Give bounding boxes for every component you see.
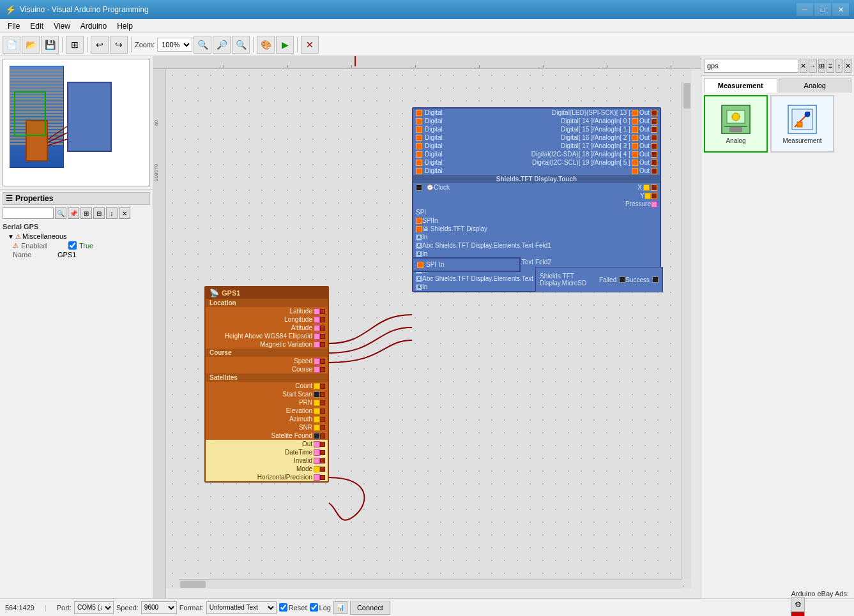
port-digital-4[interactable] [416,143,422,149]
prop-enabled-checkbox[interactable] [68,241,77,250]
port-mode[interactable] [314,466,320,472]
zoom-select[interactable]: 100% 75% 125% 150% [157,38,192,52]
port-count2[interactable] [320,384,325,389]
properties-search-input[interactable] [3,207,54,219]
close-panel-button[interactable]: ✕ [844,59,851,73]
pin-button[interactable]: 📌 [68,207,79,219]
port-prn2[interactable] [320,400,325,405]
port-hprec[interactable] [314,474,320,481]
port-out-7[interactable] [632,168,638,174]
expand-button[interactable]: ⊞ [80,207,92,219]
port-out-5[interactable] [632,151,638,158]
component-search-input[interactable] [704,59,798,73]
speed-select[interactable]: 9600 19200 38400 57600 115200 [141,601,177,614]
tab-analog[interactable]: Analog [779,79,852,93]
zoom-in-button[interactable]: 🔎 [213,36,231,54]
port-success[interactable] [652,276,659,283]
port-out-extra-5[interactable] [651,151,657,158]
port-x[interactable] [643,184,650,191]
port-y2[interactable] [651,193,657,199]
port-mode2[interactable] [320,467,325,472]
port-hgt[interactable] [314,333,320,340]
redo-button[interactable]: ↪ [110,36,128,54]
search-clear-button[interactable]: ✕ [800,59,807,73]
zoom-fit-button[interactable]: 🔍 [194,36,211,54]
port-out-extra-2[interactable] [651,126,657,133]
port-select[interactable]: COM5 (↓ COM1 COM2 COM3 COM4 [74,601,114,614]
port-latitude2[interactable] [320,309,325,314]
port-pressure[interactable] [651,201,657,207]
port-elevation[interactable] [314,408,320,414]
port-altitude[interactable] [314,325,320,331]
close-button[interactable]: ✕ [832,3,849,16]
port-digital-6[interactable] [416,160,422,166]
port-out-2[interactable] [632,126,638,133]
menu-edit[interactable]: Edit [25,20,49,32]
port-out-extra-4[interactable] [651,143,657,149]
tree-miscellaneous[interactable]: ▼ ⚠ Miscellaneous [3,232,150,241]
port-out-1[interactable] [632,118,638,124]
list-view-button[interactable]: ≡ [827,59,834,73]
filter-button[interactable]: ✕ [119,207,130,219]
port-magvar2[interactable] [320,342,325,347]
port-digital-3[interactable] [416,135,422,141]
collapse-button[interactable]: ⊟ [93,207,105,219]
port-azimuth2[interactable] [320,417,325,422]
menu-view[interactable]: View [49,20,75,32]
port-spi-in[interactable] [416,218,422,224]
grid-view-button[interactable]: ⊞ [818,59,826,73]
port-out-extra-0[interactable] [651,110,657,116]
search-button[interactable]: 🔍 [55,207,66,219]
menu-help[interactable]: Help [112,20,138,32]
port-speed2[interactable] [320,359,325,364]
menu-file[interactable]: File [3,20,25,32]
port-out-4[interactable] [632,143,638,149]
open-button[interactable]: 📂 [22,36,40,54]
reset-checkbox[interactable] [279,603,287,612]
port-feld1-in[interactable]: A [416,251,422,257]
port-longitude2[interactable] [320,317,325,322]
port-course2[interactable] [320,367,325,372]
run-button[interactable]: ▶ [276,36,294,54]
connect-button[interactable]: Connect [350,601,390,615]
port-digital-1[interactable] [416,118,422,124]
port-out-extra-1[interactable] [651,118,657,124]
port-out-extra-6[interactable] [651,160,657,166]
port-satfound[interactable] [314,433,320,439]
port-snr2[interactable] [320,425,325,430]
port-scan[interactable] [314,391,320,398]
port-invalid[interactable] [314,458,320,464]
port-display-in[interactable] [416,226,422,232]
port-prn[interactable] [314,400,320,406]
ads-close-button[interactable]: ✕ [791,612,805,617]
component-card-analog[interactable]: Analog [704,95,768,153]
search-go-button[interactable]: → [809,59,817,73]
port-longitude[interactable] [314,317,320,323]
port-feld3-in[interactable]: A [416,284,422,290]
port-digital-5[interactable] [416,151,422,158]
log-checkbox[interactable] [310,603,318,612]
new-button[interactable]: 📄 [3,36,20,54]
canvas-area[interactable]: 20 30 40 50 60 70 80 90 60 70 80 [153,56,701,598]
vscroll-thumb[interactable] [683,83,690,109]
horizontal-scrollbar[interactable] [179,579,682,589]
port-azimuth[interactable] [314,416,320,423]
port-display-abc[interactable]: A [416,234,422,241]
vertical-scrollbar[interactable] [682,82,691,579]
sort-button[interactable]: ↕ [106,207,118,219]
port-satfound2[interactable] [320,433,325,439]
port-count[interactable] [314,383,320,389]
port-feld1-abc[interactable]: A [416,243,422,249]
hscroll-thumb[interactable] [180,581,206,588]
port-speed[interactable] [314,358,320,364]
port-invalid2[interactable] [320,458,325,463]
port-elevation2[interactable] [320,409,325,414]
maximize-button[interactable]: □ [814,3,831,16]
port-magvar[interactable] [314,342,320,348]
palette-button[interactable]: 🎨 [257,36,275,54]
port-course[interactable] [314,366,320,373]
port-feld3-abc[interactable]: A [416,276,422,282]
port-out-extra-3[interactable] [651,135,657,141]
save-button[interactable]: 💾 [41,36,59,54]
port-latitude[interactable] [314,308,320,315]
